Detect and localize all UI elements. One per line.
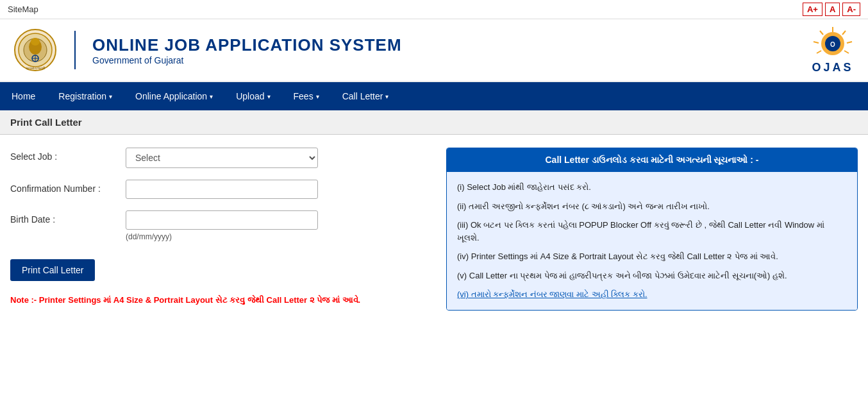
- nav-call-letter[interactable]: Call Letter ▾: [331, 82, 401, 110]
- date-format-hint: (dd/mm/yyyy): [126, 232, 433, 241]
- nav-registration-arrow: ▾: [109, 93, 112, 100]
- header: સત્યમેવ જયते ONLINE JOB APPLICATION SYST…: [0, 19, 868, 82]
- info-box-header: Call Letter ડાઉનલોડ કરવા માટેની અગત્યની …: [447, 148, 857, 172]
- nav-fees-arrow: ▾: [316, 93, 319, 100]
- svg-point-4: [31, 38, 40, 46]
- site-subtitle: Government of Gujarat: [92, 55, 402, 65]
- ojas-sun-icon: O: [810, 26, 855, 61]
- ojas-label: OJAS: [812, 61, 853, 74]
- confirmation-number-input-wrap: [126, 180, 433, 199]
- select-job-label: Select Job :: [10, 148, 126, 162]
- navbar: Home Registration ▾ Online Application ▾…: [0, 82, 868, 110]
- info-item-5: (v) Call Letter ના પ્રથમ પેજ માં હાજરીપત…: [457, 269, 847, 282]
- info-item-6[interactable]: (vi) તમારો કન્ફર્મેશન નંબર જાણવા માટે અહ…: [457, 288, 847, 301]
- select-job-dropdown[interactable]: Select: [126, 148, 318, 168]
- form-section: Select Job : Select Confirmation Number …: [10, 148, 433, 311]
- header-title: ONLINE JOB APPLICATION SYSTEM Government…: [92, 35, 402, 65]
- confirmation-number-input[interactable]: [126, 180, 318, 199]
- info-item-4: (iv) Printer Settings માં A4 Size & Port…: [457, 250, 847, 263]
- main-content: Select Job : Select Confirmation Number …: [0, 135, 868, 323]
- font-decrease-button[interactable]: A-: [842, 3, 860, 16]
- site-title: ONLINE JOB APPLICATION SYSTEM: [92, 35, 402, 55]
- info-box: Call Letter ડાઉનલોડ કરવા માટેની અગત્યની …: [446, 148, 858, 311]
- note-text: Note :- Printer Settings માં A4 Size & P…: [10, 294, 421, 307]
- birth-date-label: Birth Date :: [10, 210, 126, 225]
- svg-line-10: [842, 31, 846, 35]
- nav-upload-arrow: ▾: [267, 93, 271, 100]
- info-box-body: (i) Select Job માંથી જાહેરાત પસંદ કરો. (…: [447, 172, 857, 310]
- svg-line-13: [820, 31, 823, 35]
- font-size-controls: A+ A A-: [803, 3, 860, 16]
- top-bar: SiteMap A+ A A-: [0, 0, 868, 19]
- birth-date-row: Birth Date : (dd/mm/yyyy): [10, 210, 433, 241]
- confirmation-number-label: Confirmation Number :: [10, 180, 126, 194]
- info-item-3: (iii) Ok બટન પર ક્લિક કરતાં પહેલા POPUP …: [457, 219, 847, 244]
- emblem-icon: સત્યમેવ જયते: [13, 28, 58, 73]
- birth-date-input[interactable]: [126, 210, 318, 230]
- info-item-2: (ii) તમારી અરજીનો કન્ફર્મેશન નંબર (૮ આંક…: [457, 200, 847, 213]
- confirmation-number-row: Confirmation Number :: [10, 180, 433, 199]
- font-normal-button[interactable]: A: [825, 3, 840, 16]
- svg-line-11: [847, 42, 852, 43]
- page-title: Print Call Letter: [10, 117, 82, 128]
- select-job-input-wrap: Select: [126, 148, 433, 168]
- font-increase-button[interactable]: A+: [803, 3, 822, 16]
- svg-line-12: [844, 51, 849, 53]
- birth-date-input-wrap: (dd/mm/yyyy): [126, 210, 433, 241]
- nav-fees[interactable]: Fees ▾: [282, 82, 331, 110]
- nav-call-letter-arrow: ▾: [385, 93, 388, 100]
- info-item-1: (i) Select Job માંથી જાહેરાત પસંદ કરો.: [457, 181, 847, 194]
- svg-line-14: [814, 42, 819, 43]
- nav-online-application[interactable]: Online Application ▾: [124, 82, 224, 110]
- header-divider: [74, 31, 76, 69]
- ojas-logo: O OJAS: [810, 26, 855, 74]
- nav-registration[interactable]: Registration ▾: [47, 82, 124, 110]
- svg-line-15: [817, 51, 821, 53]
- svg-text:O: O: [830, 41, 835, 48]
- header-left: સત્યમેવ જયते ONLINE JOB APPLICATION SYST…: [13, 28, 402, 73]
- nav-upload[interactable]: Upload ▾: [224, 82, 281, 110]
- print-call-letter-button[interactable]: Print Call Letter: [10, 259, 95, 281]
- select-job-row: Select Job : Select: [10, 148, 433, 168]
- svg-text:સત્યમેવ જયते: સત્યમેવ જયते: [26, 66, 46, 70]
- nav-online-application-arrow: ▾: [210, 93, 213, 100]
- sitemap-link[interactable]: SiteMap: [8, 4, 38, 14]
- page-title-bar: Print Call Letter: [0, 110, 868, 135]
- nav-home[interactable]: Home: [0, 82, 47, 110]
